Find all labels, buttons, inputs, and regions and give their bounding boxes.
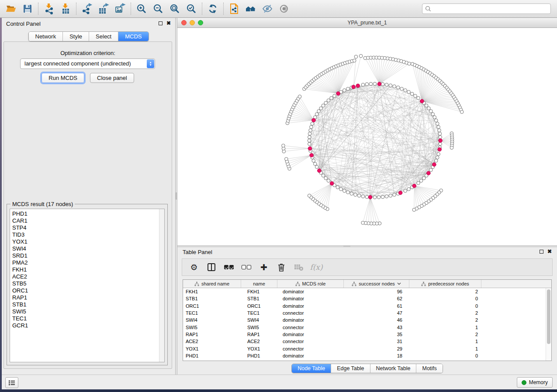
table-scrollbar[interactable] [546, 288, 551, 361]
import-table-icon [60, 3, 71, 14]
result-node-item[interactable]: GCR1 [10, 322, 164, 329]
table-tab-motifs[interactable]: Motifs [416, 364, 442, 373]
close-panel-button[interactable]: Close panel [90, 73, 134, 83]
result-node-item[interactable]: YOX1 [10, 238, 164, 245]
table-tab-edge-table[interactable]: Edge Table [331, 364, 370, 373]
table-header-row: shared namenameMCDS rolesuccessor nodesp… [183, 280, 551, 288]
horizontal-splitter-handle[interactable] [343, 246, 350, 247]
list-icon [8, 380, 15, 386]
zoom-selected-button[interactable] [183, 1, 200, 16]
application-window: Control Panel ✖ NetworkStyleSelectMCDS O… [0, 0, 557, 392]
table-row[interactable]: RAP1RAP1dominator352 [183, 331, 551, 338]
mcds-result-list[interactable]: PHD1CAR1STP4TID3YOX1SWI4SRD1PMA2FKH1ACE2… [10, 209, 165, 362]
network-canvas[interactable] [177, 28, 557, 245]
column-header-MCDS-role[interactable]: MCDS role [277, 280, 344, 288]
result-node-item[interactable]: ACE2 [10, 273, 164, 280]
run-mcds-button[interactable]: Run MCDS [42, 73, 84, 83]
result-node-item[interactable]: SWI4 [10, 245, 164, 252]
tab-style[interactable]: Style [62, 32, 89, 41]
column-header-shared-name[interactable]: shared name [183, 280, 241, 288]
close-table-panel-icon[interactable]: ✖ [547, 249, 552, 254]
show-graphics-details-button[interactable] [276, 1, 292, 16]
network-from-file-button[interactable] [226, 1, 242, 16]
result-list-scrollbar[interactable] [159, 209, 164, 362]
column-label: predecessor nodes [428, 281, 469, 286]
tab-select[interactable]: Select [89, 32, 118, 41]
float-panel-icon[interactable] [159, 21, 163, 25]
result-node-item[interactable]: TID3 [10, 231, 164, 238]
column-label: successor nodes [359, 281, 395, 286]
tab-network[interactable]: Network [28, 32, 62, 41]
table-row[interactable]: PHD1PHD1dominator180 [183, 352, 551, 359]
result-node-item[interactable]: FKH1 [10, 266, 164, 273]
table-row[interactable]: STB1STB1dominator620 [183, 295, 551, 302]
export-network-button[interactable] [79, 1, 95, 16]
table-row[interactable]: ORC1ORC1dominator610 [183, 303, 551, 309]
table-cell: 1 [409, 325, 481, 330]
status-bar: Memory [2, 375, 557, 389]
table-cell: 2 [409, 332, 481, 337]
table-cell: SWI5 [241, 325, 277, 330]
optimization-criterion-select[interactable]: largest connected component (undirected)… [20, 58, 155, 69]
table-body: FKH1FKH1dominator962STB1STB1dominator620… [183, 288, 551, 359]
toolbar-separator [38, 3, 38, 15]
zoom-out-button[interactable] [150, 1, 166, 16]
result-node-item[interactable]: SRD1 [10, 252, 164, 259]
table-row[interactable]: YOX1YOX1connector291 [183, 345, 551, 352]
table-tab-network-table[interactable]: Network Table [370, 364, 416, 373]
zoom-in-button[interactable] [133, 1, 150, 16]
delete-table-button-disabled [293, 261, 304, 273]
table-row[interactable]: SWI4SWI4dominator462 [183, 316, 551, 323]
show-all-panels-button[interactable] [242, 1, 259, 16]
select-all-columns-button[interactable] [223, 261, 235, 273]
deselect-all-columns-button[interactable] [241, 261, 252, 273]
table-row[interactable]: FKH1FKH1dominator962 [183, 288, 551, 295]
search-input[interactable] [422, 3, 551, 14]
table-row[interactable]: TEC1TEC1connector472 [183, 309, 551, 316]
main-toolbar [0, 0, 557, 18]
float-table-panel-icon[interactable] [540, 250, 543, 254]
export-image-button[interactable] [112, 1, 128, 16]
result-node-item[interactable]: RAP1 [10, 294, 164, 301]
add-column-button[interactable]: ✚ [258, 261, 270, 273]
column-header-filler [481, 280, 551, 288]
refresh-button[interactable] [204, 1, 221, 16]
tab-mcds[interactable]: MCDS [118, 32, 148, 41]
column-header-successor-nodes[interactable]: successor nodes [344, 280, 409, 288]
network-window-titlebar[interactable]: YPA_prune.txt_1 [177, 18, 557, 28]
result-node-item[interactable]: PMA2 [10, 259, 164, 266]
import-table-button[interactable] [57, 1, 74, 16]
toolbar-separator [223, 3, 224, 15]
close-panel-icon[interactable]: ✖ [166, 21, 171, 25]
memory-button[interactable]: Memory [517, 377, 553, 388]
export-network-icon [81, 3, 93, 14]
table-cell: RAP1 [183, 332, 241, 337]
vertical-splitter-handle[interactable] [176, 193, 177, 199]
zoom-fit-button[interactable] [166, 1, 183, 16]
table-scrollbar-thumb[interactable] [547, 289, 550, 344]
result-node-item[interactable]: STB1 [10, 301, 164, 308]
table-settings-button[interactable]: ⚙ [188, 261, 200, 273]
result-node-item[interactable]: TEC1 [10, 315, 164, 322]
checked-boxes-icon [224, 265, 234, 269]
select-stepper-icon: ▲▼ [147, 59, 154, 68]
import-network-button[interactable] [41, 1, 57, 16]
result-node-item[interactable]: PHD1 [10, 209, 164, 217]
result-node-item[interactable]: SWI5 [10, 308, 164, 315]
column-header-name[interactable]: name [241, 280, 277, 288]
table-tab-node-table[interactable]: Node Table [292, 364, 331, 373]
export-table-button[interactable] [95, 1, 112, 16]
hide-panels-button[interactable] [259, 1, 276, 16]
show-columns-button[interactable] [206, 261, 217, 273]
column-header-predecessor-nodes[interactable]: predecessor nodes [409, 280, 481, 288]
save-session-button[interactable] [19, 1, 36, 16]
result-node-item[interactable]: ORC1 [10, 287, 164, 294]
table-row[interactable]: ACE2ACE2connector311 [183, 338, 551, 345]
open-file-button[interactable] [3, 1, 19, 16]
result-node-item[interactable]: STP4 [10, 224, 164, 231]
table-row[interactable]: SWI5SWI5connector431 [183, 323, 551, 330]
result-node-item[interactable]: STB5 [10, 280, 164, 287]
show-panel-list-button[interactable] [5, 377, 18, 388]
result-node-item[interactable]: CAR1 [10, 217, 164, 224]
delete-column-button[interactable] [276, 261, 287, 273]
